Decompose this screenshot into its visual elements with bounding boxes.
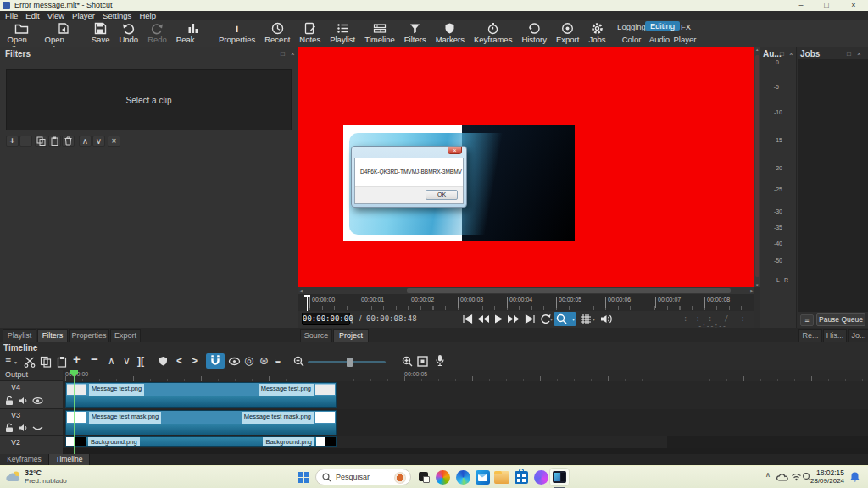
ripple-delete-button[interactable]: − <box>91 352 98 366</box>
skip-end-button[interactable] <box>525 313 537 324</box>
split-button[interactable]: ][ <box>137 354 144 368</box>
clip-message-test[interactable]: Message test.png Message test.png <box>65 382 337 408</box>
layout-color[interactable]: Color <box>617 35 646 44</box>
filters-button[interactable]: Filters <box>399 20 431 45</box>
pause-queue-button[interactable]: Pause Queue <box>816 313 865 326</box>
zoom-in-icon[interactable] <box>401 355 414 368</box>
paste-filters-button[interactable] <box>48 136 61 147</box>
layout-editing[interactable]: Editing <box>645 21 680 30</box>
skip-start-button[interactable] <box>461 313 473 324</box>
horizontal-scroll-thumb[interactable] <box>407 288 731 293</box>
record-audio-icon[interactable] <box>434 354 446 368</box>
tab-timeline[interactable]: Timeline <box>49 454 90 465</box>
preview-vertical-scrollbar[interactable]: ▲ ▼ <box>754 47 760 287</box>
tab-keyframes[interactable]: Keyframes <box>0 454 49 465</box>
export-button[interactable]: Export <box>551 20 583 45</box>
microsoft-store-app-icon[interactable] <box>512 468 531 486</box>
rewind-button[interactable] <box>476 313 490 324</box>
tray-clock[interactable]: 18:02:15 28/09/2024 <box>810 469 844 485</box>
recent-button[interactable]: Recent <box>260 20 295 45</box>
timeline-menu-button[interactable]: ≡ <box>5 354 11 368</box>
snap-toggle-button[interactable] <box>206 353 225 369</box>
loop-dropdown-icon[interactable]: ▾ <box>550 316 553 322</box>
grid-dropdown-icon[interactable]: ▾ <box>593 316 595 322</box>
tab-export[interactable]: Export <box>110 329 141 342</box>
menu-file[interactable]: File <box>5 11 18 20</box>
menu-view[interactable]: View <box>47 11 64 20</box>
loop-button[interactable] <box>539 313 551 324</box>
ripple-all-tracks-icon[interactable]: ⊛ <box>259 354 269 368</box>
hide-icon-closed[interactable] <box>32 424 43 433</box>
scrub-while-dragging-icon[interactable] <box>228 357 241 366</box>
zoom-toggle-button[interactable]: ▾ <box>554 312 576 326</box>
loop-app-icon[interactable] <box>531 468 550 486</box>
history-button[interactable]: History <box>517 20 552 45</box>
clip-background[interactable]: Background.png Background.png <box>65 436 337 447</box>
fast-forward-button[interactable] <box>507 313 520 324</box>
video-preview[interactable]: × D4F6K-QK3RD-TMVMJ-BBMRX-3MBMV OK <box>298 47 754 287</box>
move-filter-up-button[interactable]: ∧ <box>79 136 92 147</box>
cut-icon[interactable] <box>24 356 36 368</box>
redo-button[interactable]: Redo <box>143 20 172 45</box>
timeline-button[interactable]: Timeline <box>360 20 400 45</box>
playlist-button[interactable]: Playlist <box>326 20 360 45</box>
close-panel-icon[interactable]: × <box>291 50 295 58</box>
menu-help[interactable]: Help <box>139 11 156 20</box>
timecode-spinbox[interactable]: 00:00:00:00 <box>302 313 350 325</box>
clip-message-test-mask[interactable]: Message test mask.png Message test mask.… <box>65 410 337 435</box>
notification-bell-icon[interactable] <box>849 471 860 483</box>
tab-jobs-recent[interactable]: Re... <box>798 329 822 342</box>
play-button[interactable] <box>493 313 504 324</box>
tab-properties[interactable]: Properties <box>69 329 109 342</box>
player-time-ruler[interactable]: 00:00:00 00:00:01 00:00:02 00:00:03 00:0… <box>298 294 754 311</box>
paste-icon[interactable] <box>56 356 68 368</box>
tab-source[interactable]: Source <box>300 329 332 342</box>
keyframes-button[interactable]: Keyframes <box>469 20 516 45</box>
scroll-down-icon[interactable]: ▼ <box>755 283 759 287</box>
menu-player[interactable]: Player <box>72 11 95 20</box>
volume-icon[interactable] <box>600 313 614 324</box>
tab-jobs-history[interactable]: His... <box>823 329 847 342</box>
prev-marker-button[interactable]: < <box>176 354 182 368</box>
tab-jobs-jobs[interactable]: Jo... <box>848 329 868 342</box>
player-playhead[interactable] <box>307 295 308 311</box>
timeline-ruler[interactable]: 00:00:00 00:00:05 <box>63 370 868 381</box>
zoom-out-icon[interactable] <box>292 355 305 368</box>
wifi-icon[interactable] <box>791 472 802 481</box>
filter-set-trash-button[interactable] <box>62 136 75 147</box>
overwrite-button[interactable]: ∨ <box>123 354 131 368</box>
append-button[interactable]: + <box>73 352 81 366</box>
output-track-header[interactable]: Output <box>0 370 63 381</box>
lock-icon[interactable] <box>4 396 14 406</box>
properties-button[interactable]: i Properties <box>214 20 259 45</box>
save-button[interactable]: Save <box>86 20 114 45</box>
copilot-app-icon[interactable] <box>433 468 452 486</box>
timeline-menu-dropdown-icon[interactable]: ▾ <box>14 359 17 365</box>
lock-icon[interactable] <box>4 423 14 433</box>
float-panel-icon[interactable]: □ <box>847 50 851 58</box>
start-button[interactable] <box>298 472 309 483</box>
move-filter-down-button[interactable]: ∨ <box>92 136 105 147</box>
copy-icon[interactable] <box>40 356 52 368</box>
zoom-fit-icon[interactable] <box>416 355 429 368</box>
next-marker-button[interactable]: > <box>192 354 198 368</box>
lift-button[interactable]: ∧ <box>108 354 115 368</box>
close-panel-icon[interactable]: × <box>857 50 861 58</box>
undo-button[interactable]: Undo <box>114 20 143 45</box>
task-view-button[interactable] <box>419 472 430 483</box>
copy-filters-button[interactable] <box>35 136 47 147</box>
remove-filter-button[interactable]: − <box>19 136 32 147</box>
file-explorer-app-icon[interactable] <box>492 468 511 486</box>
zoom-dropdown-icon[interactable]: ▾ <box>572 316 575 322</box>
preview-horizontal-scrollbar[interactable]: ◀ ▶ <box>298 287 754 294</box>
shotcut-app-button-active[interactable] <box>549 468 570 486</box>
vertical-scroll-thumb[interactable] <box>755 55 760 277</box>
menu-settings[interactable]: Settings <box>103 11 131 20</box>
tray-chevron-icon[interactable]: ∧ <box>765 471 771 479</box>
track-header-v3[interactable]: V3 <box>0 409 63 436</box>
ripple-markers-icon[interactable]: ◒ <box>275 354 281 368</box>
scroll-right-icon[interactable]: ▶ <box>750 288 754 293</box>
add-filter-button[interactable]: + <box>6 136 19 147</box>
onedrive-cloud-icon[interactable] <box>776 473 788 481</box>
tab-playlist[interactable]: Playlist <box>3 329 36 342</box>
